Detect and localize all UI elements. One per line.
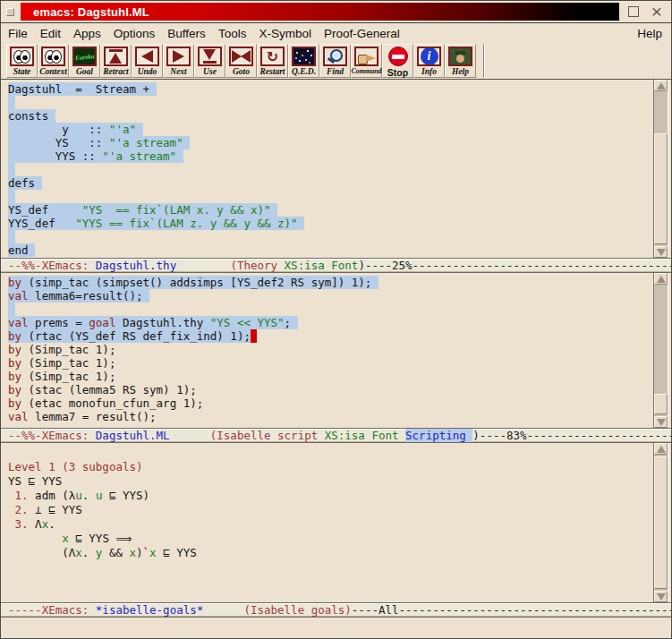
icon-frame xyxy=(292,47,316,66)
command-icon xyxy=(356,48,377,64)
code-line: defs xyxy=(8,176,653,190)
title-bar[interactable]: emacs: Dagstuhl.ML × xyxy=(1,1,671,22)
command-button[interactable]: Command xyxy=(351,44,382,78)
close-button[interactable]: × xyxy=(648,3,666,21)
code-line: by (Simp_tac 1); xyxy=(8,343,653,356)
icon-frame xyxy=(417,47,441,66)
menu-buffers[interactable]: Buffers xyxy=(167,27,206,40)
use-button[interactable]: Use xyxy=(194,44,225,78)
toolbar-label: Use xyxy=(203,67,217,76)
state-button[interactable]: State xyxy=(6,44,38,78)
help-button[interactable]: Help xyxy=(445,44,476,78)
context-button[interactable]: Context xyxy=(38,44,69,78)
code-line: Level 1 (3 subgoals) xyxy=(8,460,653,474)
code-line: val prems = goal Dagstuhl.thy "YS << YYS… xyxy=(8,316,653,329)
toolbar-label: Context xyxy=(39,67,67,76)
icon-frame xyxy=(198,47,222,66)
maximize-button[interactable] xyxy=(625,3,642,21)
scrollbar-thumb[interactable] xyxy=(654,456,668,589)
scroll-down-icon xyxy=(657,249,666,256)
code-line: by (rtac (YS_def RS def_fix_ind) 1); xyxy=(8,329,653,343)
code-line: YS :: "'a stream" xyxy=(8,136,653,149)
goal-button[interactable]: Goal xyxy=(69,44,100,78)
code-line xyxy=(8,302,653,316)
buffer-dagstuhl-thy[interactable]: Dagstuhl = Stream +consts y :: "'a" YS :… xyxy=(1,80,653,258)
code-line: val lemma7 = result(); xyxy=(8,410,653,423)
xemacs-window: emacs: Dagstuhl.ML × FileEditAppsOptions… xyxy=(0,0,672,639)
toolbar-label: Help xyxy=(452,67,469,76)
buffer-dagstuhl-ml[interactable]: by (simp_tac (simpset() addsimps [YS_def… xyxy=(1,273,653,428)
goto-button[interactable]: Goto xyxy=(225,44,257,78)
menu-proof-general[interactable]: Proof-General xyxy=(324,27,400,40)
icon-frame xyxy=(448,47,472,66)
scroll-up-button[interactable] xyxy=(654,80,668,91)
scroll-up-icon xyxy=(657,276,666,283)
scroll-up-icon xyxy=(657,446,666,453)
retract-icon xyxy=(106,48,126,64)
menu-x-symbol[interactable]: X-Symbol xyxy=(259,27,311,40)
icon-frame: ↻ xyxy=(260,47,285,66)
icon-frame xyxy=(104,47,128,66)
scrollbar-track[interactable] xyxy=(654,285,668,416)
modeline-dagstuhl-thy[interactable]: --%%-XEmacs: Dagstuhl.thy (Theory XS:isa… xyxy=(1,258,671,273)
code-line: by (stac (lemma5 RS sym) 1); xyxy=(8,383,653,396)
scroll-down-icon xyxy=(657,593,666,601)
menu-help[interactable]: Help xyxy=(637,27,662,40)
scroll-up-button[interactable] xyxy=(654,443,668,455)
icon-frame xyxy=(354,47,379,66)
code-line xyxy=(8,190,653,203)
info-button[interactable]: Info xyxy=(413,44,445,78)
window-menu-button[interactable] xyxy=(6,8,14,16)
toolbar-label: Goal xyxy=(76,67,93,76)
scroll-up-button[interactable] xyxy=(654,273,668,285)
eureka-icon xyxy=(74,48,95,64)
next-button[interactable]: Next xyxy=(163,44,194,78)
menu-options[interactable]: Options xyxy=(114,27,156,40)
scrollbar-thy[interactable] xyxy=(653,80,668,258)
menu-edit[interactable]: Edit xyxy=(40,27,61,40)
window-title: emacs: Dagstuhl.ML xyxy=(21,3,619,21)
find-button[interactable]: Find xyxy=(319,44,351,78)
code-line: 2. ⊥ ⊑ YYS xyxy=(8,503,653,517)
icon-frame xyxy=(323,47,347,66)
eyes-icon xyxy=(43,48,64,64)
toolbar-label: Info xyxy=(421,67,437,76)
scrollbar-ml[interactable] xyxy=(653,273,668,428)
scroll-down-icon xyxy=(657,419,666,426)
toolbar-label: Stop xyxy=(387,67,408,78)
menu-tools[interactable]: Tools xyxy=(218,27,247,40)
code-line: 1. adm (λu. u ⊑ YYS) xyxy=(8,489,653,503)
icon-frame xyxy=(10,47,34,66)
stop-button[interactable]: Stop xyxy=(382,44,413,78)
code-line: end xyxy=(8,243,653,257)
menu-apps[interactable]: Apps xyxy=(73,27,101,40)
code-line: y :: "'a" xyxy=(8,123,653,136)
toolbar-label: Goto xyxy=(233,67,250,76)
maximize-icon xyxy=(628,6,639,17)
menu-file[interactable]: File xyxy=(8,27,28,40)
toolbar-label: Find xyxy=(327,67,344,76)
scrollbar-track[interactable] xyxy=(654,91,668,246)
scrollbar-track[interactable] xyxy=(654,455,668,591)
modeline-isabelle-goals[interactable]: -----XEmacs: *isabelle-goals* (Isabelle … xyxy=(1,602,671,618)
scrollbar-goals[interactable] xyxy=(653,443,668,602)
tri-left-icon xyxy=(137,48,157,64)
text-cursor xyxy=(251,329,258,343)
undo-button[interactable]: Undo xyxy=(132,44,163,78)
scrollbar-thumb[interactable] xyxy=(654,394,668,414)
retract-button[interactable]: Retract xyxy=(100,44,132,78)
scrollbar-thumb[interactable] xyxy=(654,133,668,244)
toolbar-label: State xyxy=(13,67,31,76)
scroll-down-button[interactable] xyxy=(654,246,668,258)
buffer-isabelle-goals[interactable]: Level 1 (3 subgoals)YS ⊑ YYS 1. adm (λu.… xyxy=(1,443,653,602)
qed-button[interactable]: Q.E.D. xyxy=(288,44,319,78)
restart-button[interactable]: ↻Restart xyxy=(257,44,288,78)
scroll-down-button[interactable] xyxy=(654,416,668,428)
toolbar: StateContextGoalRetractUndoNextUseGoto↻R… xyxy=(1,43,671,80)
scroll-down-button[interactable] xyxy=(654,591,668,602)
modeline-dagstuhl-ml[interactable]: --%%-XEmacs: Dagstuhl.ML (Isabelle scrip… xyxy=(1,428,671,443)
echo-area[interactable] xyxy=(1,619,671,638)
icon-frame xyxy=(41,47,65,66)
toolbar-separator xyxy=(483,44,485,78)
scroll-up-icon xyxy=(657,82,666,89)
